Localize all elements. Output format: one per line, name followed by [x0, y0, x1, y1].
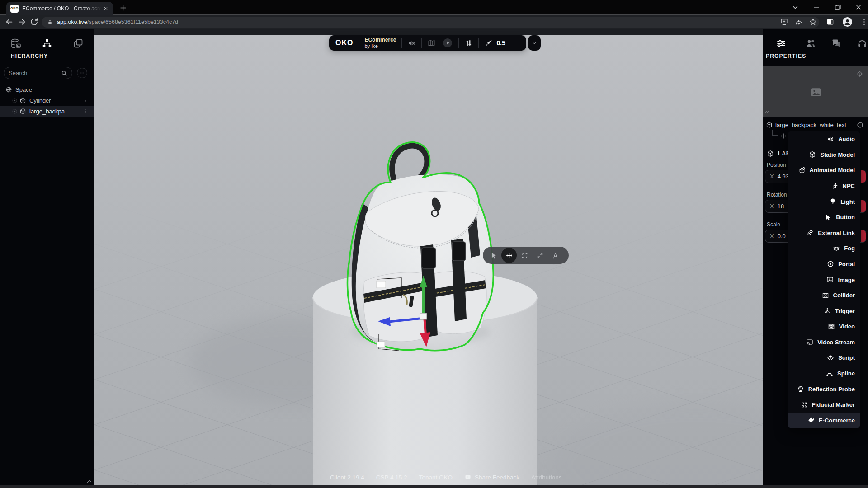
menu-item-button[interactable]: Button — [788, 209, 860, 225]
menu-item-static-model[interactable]: Static Model — [788, 147, 860, 163]
play-icon[interactable] — [442, 38, 453, 48]
forward-icon[interactable] — [17, 17, 27, 27]
menu-item-npc[interactable]: NPC — [788, 178, 860, 194]
browser-tab[interactable]: OKO ECommerce / OKO - Create acro — [6, 2, 113, 15]
assets-icon[interactable] — [10, 38, 21, 49]
menu-item-label: External Link — [818, 230, 855, 236]
menu-item-label: Button — [836, 214, 855, 221]
menu-item-portal[interactable]: Portal — [788, 256, 860, 272]
expand-toggle-icon[interactable] — [12, 108, 18, 114]
share-feedback-link[interactable]: Share Feedback — [464, 474, 519, 481]
rotate-tool-icon — [521, 252, 528, 259]
avatar[interactable] — [842, 17, 853, 27]
tree-item-cylinder[interactable]: Cylinder — [0, 95, 94, 106]
menu-item-trigger[interactable]: Trigger — [788, 303, 860, 319]
window-close-icon[interactable] — [854, 3, 863, 11]
window-minimize-icon[interactable] — [811, 3, 821, 11]
tree-item-space[interactable]: Space — [0, 84, 94, 95]
hierarchy-icon[interactable] — [42, 38, 52, 49]
section-header[interactable]: LAR — [767, 149, 791, 158]
left-panel-tabs — [0, 34, 94, 52]
pose-tool[interactable] — [547, 248, 563, 263]
select-tool-icon — [490, 252, 498, 259]
axis-value: 0.0 — [778, 233, 786, 239]
window-menu-chevron-icon[interactable] — [790, 3, 800, 11]
position-label: Position — [767, 162, 786, 168]
menu-item-collider[interactable]: Collider — [788, 287, 860, 303]
space-author: by Ike — [364, 43, 396, 49]
chat-icon[interactable] — [831, 38, 842, 49]
menu-item-label: Reflection Probe — [808, 386, 855, 393]
menu-item-label: Image — [838, 277, 855, 283]
toolbar-expand-button[interactable] — [528, 35, 541, 51]
menu-item-label: Audio — [838, 136, 855, 142]
menu-item-label: Static Model — [820, 151, 855, 158]
menu-item-image[interactable]: Image — [788, 272, 860, 288]
client-version: Client 2.19.4 — [330, 474, 364, 481]
oko-logo[interactable]: OKO — [335, 39, 353, 47]
share-icon[interactable] — [794, 18, 803, 26]
layers-icon[interactable] — [73, 38, 84, 49]
browser-menu-icon[interactable] — [860, 18, 868, 26]
menu-item-video[interactable]: Video — [788, 319, 860, 334]
map-icon[interactable] — [427, 39, 436, 47]
menu-item-fiducial-marker[interactable]: Fiducial Marker — [788, 397, 860, 413]
menu-item-script[interactable]: Script — [788, 350, 860, 366]
scale-value[interactable]: 0.5 — [496, 39, 505, 47]
divider — [458, 38, 459, 48]
kebab-icon[interactable] — [83, 108, 88, 114]
sidebar-resize-handle[interactable] — [85, 477, 91, 483]
menu-item-video-stream[interactable]: Video Stream — [788, 334, 860, 350]
object-name-row[interactable]: large_backpack_white_text — [766, 119, 866, 130]
kebab-icon[interactable] — [83, 97, 88, 103]
scale-tool[interactable] — [532, 248, 547, 263]
menu-item-light[interactable]: Light — [788, 194, 860, 210]
cube-icon — [767, 150, 774, 157]
headset-icon[interactable] — [857, 38, 868, 49]
window-restore-icon[interactable] — [833, 3, 843, 11]
tab-close-icon[interactable] — [103, 5, 109, 12]
attributions-link[interactable]: Attributions — [531, 474, 562, 481]
kite-scale-icon[interactable] — [484, 39, 493, 47]
mute-icon[interactable] — [407, 39, 416, 47]
preview-resize-handle[interactable] — [764, 110, 769, 116]
viewport-3d-canvas[interactable] — [94, 35, 763, 485]
gizmo-center-handle — [420, 313, 427, 319]
settings-sliders-icon[interactable] — [776, 38, 787, 49]
install-icon[interactable] — [780, 18, 788, 26]
menu-item-spline[interactable]: Spline — [788, 366, 860, 381]
target-icon[interactable] — [856, 70, 863, 78]
menu-item-fog[interactable]: Fog — [788, 241, 860, 257]
tree-item-label: Space — [15, 86, 32, 93]
menu-item-reflection-probe[interactable]: Reflection Probe — [788, 381, 860, 397]
people-icon[interactable] — [805, 38, 816, 49]
add-component-button[interactable] — [857, 122, 863, 128]
menu-item-external-link[interactable]: External Link — [788, 225, 860, 241]
address-bar[interactable]: app.oko.live/space/6568e5361f11e5be133c4… — [42, 17, 819, 28]
move-tool[interactable] — [501, 248, 517, 263]
chevron-down-icon — [531, 40, 538, 46]
back-icon[interactable] — [5, 17, 14, 27]
expand-toggle-icon[interactable] — [12, 98, 18, 103]
reload-icon[interactable] — [29, 17, 39, 27]
menu-item-e-commerce[interactable]: E-Commerce — [788, 413, 860, 428]
tree-item-large-backpack[interactable]: large_backpa... — [0, 106, 94, 117]
sort-icon[interactable] — [464, 39, 473, 47]
search-input[interactable] — [4, 67, 72, 79]
axis-color-cap — [861, 200, 866, 212]
search-field[interactable] — [9, 70, 61, 76]
menu-item-animated-model[interactable]: Animated Model — [788, 163, 860, 178]
url-path: /space/6568e5361f11e5be133c4c7d — [87, 19, 178, 25]
bookmark-star-icon[interactable] — [809, 18, 817, 26]
menu-item-label: NPC — [843, 183, 855, 189]
hierarchy-more-button[interactable] — [77, 68, 87, 78]
search-icon — [61, 70, 67, 76]
axis-color-cap — [861, 170, 866, 183]
menu-item-audio[interactable]: Audio — [788, 131, 860, 147]
lock-icon — [47, 19, 53, 25]
new-tab-button[interactable] — [119, 4, 127, 12]
select-tool[interactable] — [486, 248, 501, 263]
rotate-tool[interactable] — [517, 248, 532, 263]
side-panel-icon[interactable] — [826, 18, 835, 26]
divider — [401, 38, 402, 48]
